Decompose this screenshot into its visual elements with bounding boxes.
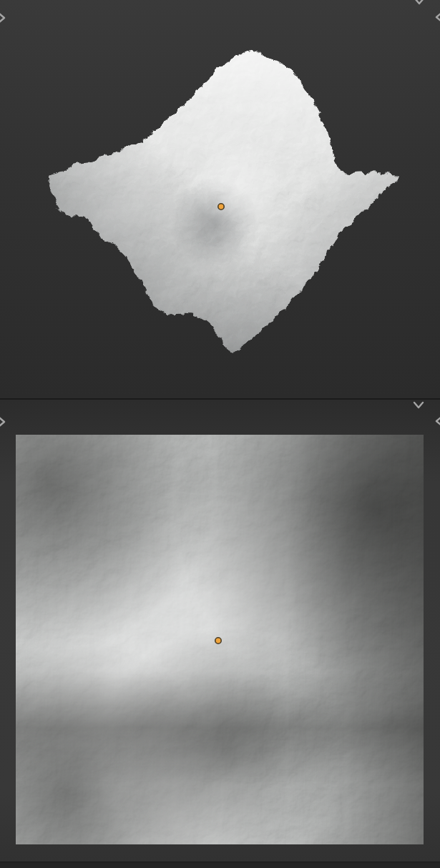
viewport-3d-perspective[interactable] — [0, 0, 440, 399]
chevron-right-icon[interactable] — [0, 12, 8, 24]
chevron-left-icon[interactable] — [434, 11, 440, 23]
app-window — [0, 0, 440, 868]
terrain-3d-render — [0, 0, 440, 399]
editor-bottom-edge — [0, 862, 440, 868]
terrain-mesh[interactable] — [29, 29, 415, 365]
origin-point-marker[interactable] — [218, 204, 224, 209]
chevron-left-icon[interactable] — [434, 415, 440, 427]
origin-point-marker[interactable] — [215, 638, 221, 643]
chevron-down-icon[interactable] — [414, 0, 425, 7]
viewport-topdown-render[interactable] — [0, 400, 440, 862]
rendered-terrain-image — [16, 435, 424, 844]
chevron-down-icon[interactable] — [413, 400, 424, 411]
terrain-topdown-render — [16, 435, 424, 844]
chevron-right-icon[interactable] — [0, 416, 8, 428]
